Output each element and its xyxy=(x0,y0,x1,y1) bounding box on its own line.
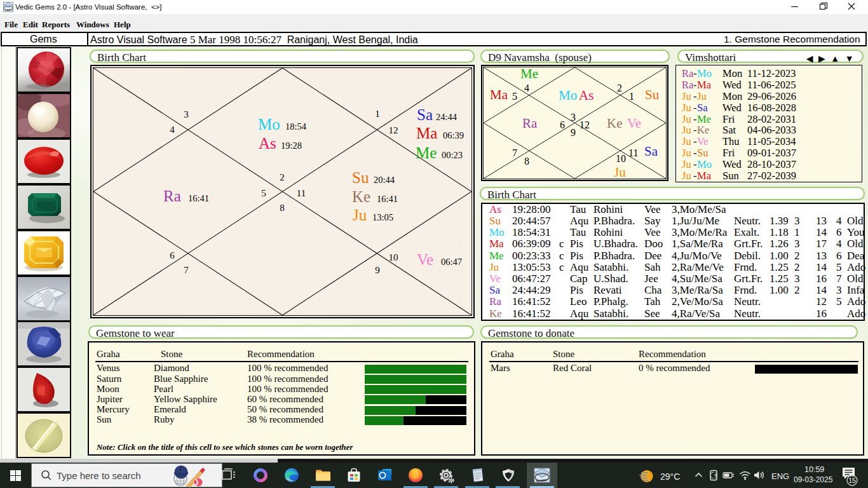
svg-text:15: 15 xyxy=(848,477,856,484)
